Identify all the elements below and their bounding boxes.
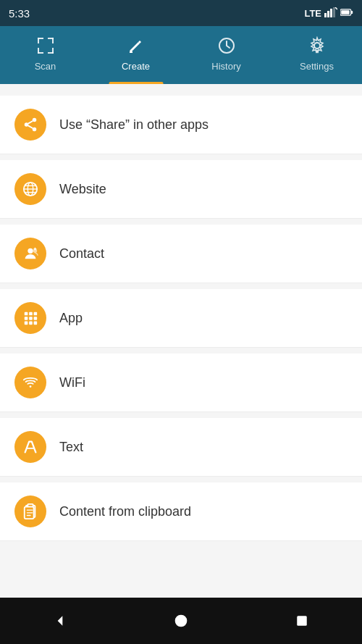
svg-rect-2 — [330, 9, 332, 17]
signal-icon — [324, 7, 337, 20]
tab-create-label: Create — [122, 61, 150, 72]
contact-icon-circle — [14, 238, 46, 269]
svg-rect-15 — [52, 48, 54, 54]
clipboard-icon-circle — [14, 495, 46, 527]
svg-line-23 — [28, 125, 33, 128]
svg-point-20 — [25, 122, 29, 127]
clipboard-label: Content from clipboard — [59, 504, 191, 519]
contact-label: Contact — [59, 246, 104, 262]
tab-scan-label: Scan — [35, 61, 56, 72]
svg-rect-11 — [52, 38, 54, 43]
menu-item-website[interactable]: Website — [0, 160, 362, 219]
tab-bar: Scan Create History Set — [0, 26, 362, 84]
back-button[interactable] — [43, 603, 77, 638]
share-label: Use “Share” in other apps — [59, 117, 209, 133]
history-icon — [217, 36, 236, 58]
share-icon-circle — [14, 109, 46, 141]
svg-rect-41 — [34, 322, 38, 325]
website-icon-circle — [14, 173, 46, 205]
svg-rect-39 — [25, 322, 28, 325]
menu-item-wifi[interactable]: WiFi — [0, 354, 362, 412]
svg-point-29 — [28, 248, 33, 254]
create-icon — [127, 36, 146, 58]
wifi-label: WiFi — [59, 375, 85, 390]
text-icon-circle — [14, 431, 46, 463]
svg-rect-34 — [29, 312, 33, 316]
tab-history-label: History — [211, 61, 240, 72]
home-button[interactable] — [164, 603, 198, 638]
status-time: 5:33 — [9, 7, 30, 20]
text-label: Text — [59, 440, 83, 455]
svg-rect-0 — [324, 13, 327, 17]
settings-icon — [308, 36, 327, 58]
tab-scan[interactable]: Scan — [0, 26, 90, 84]
svg-rect-38 — [34, 317, 38, 320]
svg-rect-3 — [333, 7, 335, 17]
svg-rect-9 — [38, 38, 39, 43]
svg-line-4 — [335, 7, 337, 9]
menu-item-share[interactable]: Use “Share” in other apps — [0, 96, 362, 154]
svg-line-22 — [28, 121, 33, 124]
svg-rect-13 — [38, 52, 43, 54]
wifi-icon-circle — [14, 367, 46, 398]
svg-marker-49 — [58, 616, 63, 625]
lte-indicator: LTE — [304, 8, 321, 19]
nav-bar — [0, 598, 362, 644]
svg-rect-7 — [341, 10, 349, 14]
menu-item-clipboard[interactable]: Content from clipboard — [0, 482, 362, 541]
tab-settings[interactable]: Settings — [272, 26, 362, 84]
svg-point-50 — [175, 615, 188, 627]
battery-icon — [340, 7, 353, 20]
menu-item-contact[interactable]: Contact — [0, 225, 362, 283]
svg-rect-1 — [327, 11, 329, 17]
status-icons: LTE — [304, 7, 353, 20]
tab-settings-label: Settings — [300, 61, 334, 72]
svg-rect-51 — [297, 616, 307, 626]
svg-rect-6 — [351, 10, 353, 13]
svg-rect-35 — [34, 312, 38, 316]
svg-rect-33 — [25, 312, 28, 316]
app-label: App — [59, 311, 83, 326]
tab-history[interactable]: History — [181, 26, 272, 84]
content-area: Use “Share” in other apps Website — [0, 84, 362, 598]
website-label: Website — [59, 182, 106, 197]
status-bar: 5:33 LTE — [0, 0, 362, 26]
svg-point-19 — [33, 118, 37, 122]
scan-icon — [36, 36, 55, 58]
svg-point-18 — [314, 43, 320, 49]
svg-rect-40 — [29, 322, 33, 325]
menu-item-app[interactable]: App — [0, 289, 362, 348]
app-icon-circle — [14, 302, 46, 334]
menu-item-text[interactable]: Text — [0, 418, 362, 477]
recent-button[interactable] — [285, 603, 319, 638]
svg-point-21 — [33, 127, 37, 132]
tab-create[interactable]: Create — [90, 26, 181, 84]
svg-rect-37 — [29, 317, 33, 320]
svg-rect-36 — [25, 317, 28, 320]
